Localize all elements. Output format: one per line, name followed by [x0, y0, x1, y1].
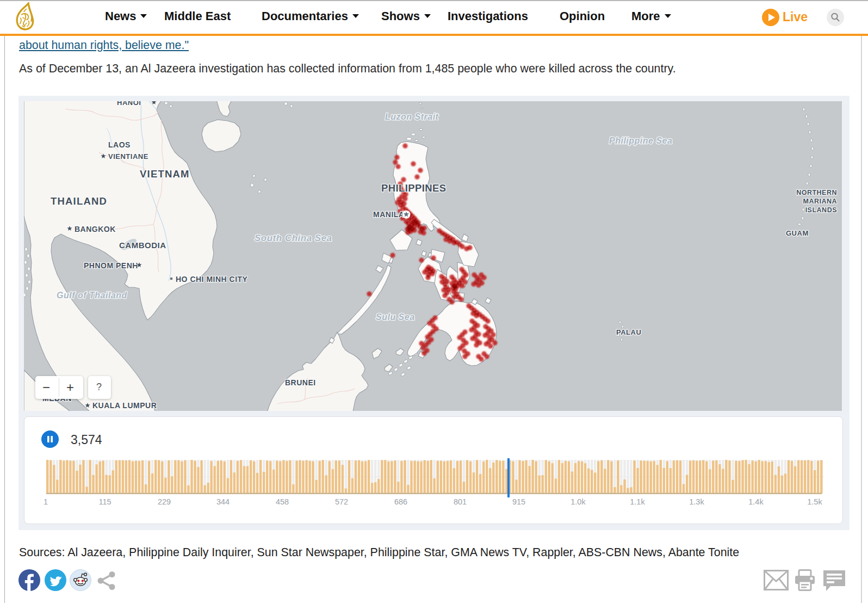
svg-text:MANILA: MANILA	[373, 210, 404, 219]
svg-text:Sulu Sea: Sulu Sea	[376, 312, 415, 322]
svg-text:PALAU: PALAU	[616, 328, 641, 336]
svg-text:HO CHI MINH CITY: HO CHI MINH CITY	[176, 275, 248, 284]
svg-text:Gulf of Thailand: Gulf of Thailand	[57, 291, 127, 300]
svg-text:PHILIPPINES: PHILIPPINES	[381, 182, 447, 194]
svg-text:THAILAND: THAILAND	[51, 195, 107, 207]
svg-text:VIETNAM: VIETNAM	[140, 168, 190, 180]
svg-text:KUALA LUMPUR: KUALA LUMPUR	[92, 401, 157, 410]
svg-text:ISLANDS: ISLANDS	[805, 206, 837, 214]
svg-text:Luzon Strait: Luzon Strait	[385, 112, 439, 121]
svg-text:South China Sea: South China Sea	[255, 233, 332, 243]
svg-text:VIENTIANE: VIENTIANE	[108, 152, 148, 161]
svg-text:BANGKOK: BANGKOK	[75, 225, 116, 233]
svg-text:GUAM: GUAM	[786, 229, 809, 237]
svg-text:MARIANA: MARIANA	[803, 198, 837, 205]
svg-text:CAMBODIA: CAMBODIA	[119, 241, 166, 250]
svg-text:PHNOM PENH: PHNOM PENH	[84, 261, 138, 270]
svg-text:BRUNEI: BRUNEI	[285, 378, 316, 387]
svg-text:Philippine Sea: Philippine Sea	[609, 136, 672, 145]
svg-text:HANOI: HANOI	[117, 101, 141, 107]
svg-text:LAOS: LAOS	[108, 140, 131, 149]
svg-text:NORTHERN: NORTHERN	[796, 189, 837, 196]
